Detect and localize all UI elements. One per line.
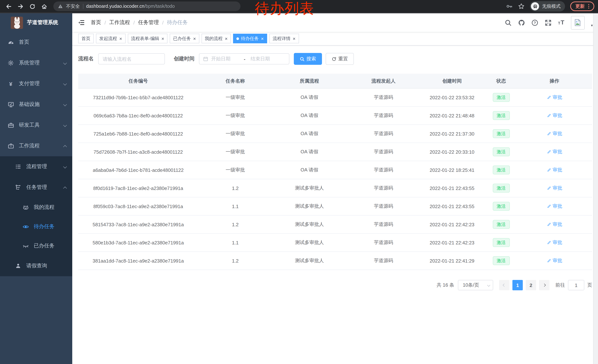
sidebar-item-leave-query[interactable]: 请假查询: [0, 256, 72, 276]
browser-forward-button[interactable]: [16, 1, 25, 11]
cell-created: 2022-01-22 21:37:30: [421, 131, 483, 137]
tab-form-edit[interactable]: 流程表单-编辑×: [128, 34, 167, 43]
close-icon[interactable]: ×: [161, 36, 164, 41]
approve-link[interactable]: 审批: [547, 221, 562, 228]
cell-status: 激活: [483, 202, 519, 211]
approve-link[interactable]: 审批: [547, 167, 562, 173]
security-label: 不安全: [66, 3, 80, 9]
avatar[interactable]: [571, 16, 585, 29]
status-badge: 激活: [493, 184, 510, 193]
sidebar-item-payment[interactable]: ¥ 支付管理: [0, 73, 72, 94]
approve-link[interactable]: 审批: [547, 185, 562, 191]
prev-page-button[interactable]: [499, 280, 509, 290]
incognito-badge[interactable]: 无痕模式: [530, 1, 565, 11]
sidebar-item-my-process[interactable]: 我的流程: [0, 198, 72, 217]
close-icon[interactable]: ×: [119, 36, 122, 41]
sidebar-item-done-tasks[interactable]: 已办任务: [0, 236, 72, 256]
breadcrumb-current: 待办任务: [167, 19, 188, 26]
close-icon[interactable]: ×: [193, 36, 196, 41]
sidebar: 芋道管理系统 首页 系统管理 ¥ 支付管理: [0, 13, 72, 364]
start-date-placeholder: 开始日期: [211, 56, 239, 62]
user-icon: [15, 263, 22, 269]
close-icon[interactable]: ×: [261, 36, 264, 41]
approve-link[interactable]: 审批: [547, 112, 562, 119]
tab-start-process[interactable]: 发起流程×: [96, 34, 125, 43]
date-range-picker[interactable]: 开始日期 - 结束日期: [199, 53, 289, 65]
col-action: 操作: [519, 78, 590, 84]
fullscreen-icon[interactable]: [545, 19, 552, 26]
text-size-icon[interactable]: TT: [558, 19, 565, 26]
approve-link[interactable]: 审批: [547, 203, 562, 210]
address-bar[interactable]: 不安全 dashboard.yudao.iocoder.cn/bpm/task/…: [53, 1, 241, 11]
cell-created: 2022-01-22 18:25:41: [421, 167, 483, 173]
browser-back-button[interactable]: [4, 1, 13, 11]
reset-button[interactable]: 重置: [326, 53, 354, 65]
page-button-1[interactable]: 1: [512, 280, 523, 290]
approve-link[interactable]: 审批: [547, 239, 562, 246]
cell-created: 2022-01-21 22:41:29: [421, 258, 483, 263]
sidebar-collapse-button[interactable]: [72, 13, 91, 32]
browser-reload-button[interactable]: [27, 1, 37, 11]
edit-pencil-icon: [547, 240, 551, 245]
sidebar-item-workflow[interactable]: 工作流程: [0, 136, 72, 156]
avatar-caret-icon[interactable]: ▾: [591, 23, 593, 27]
approve-link[interactable]: 审批: [547, 94, 562, 101]
sidebar-item-task-management[interactable]: 任务管理: [0, 177, 72, 198]
tab-done-tasks[interactable]: 已办任务×: [170, 34, 199, 43]
approve-link[interactable]: 审批: [547, 148, 562, 155]
sidebar-item-home[interactable]: 首页: [0, 32, 72, 53]
bookmark-star-icon[interactable]: [518, 3, 525, 10]
approve-link[interactable]: 审批: [547, 257, 562, 264]
main-area: 首页 / 工作流程 / 任务管理 / 待办任务 ?: [72, 13, 598, 364]
sidebar-item-devtools[interactable]: 研发工具: [0, 115, 72, 136]
table-row: 8f059c03-7ac8-11ec-a9e2-a2380e71991a 1.1…: [78, 197, 592, 216]
tab-my-process[interactable]: 我的流程×: [201, 34, 231, 43]
edit-pencil-icon: [547, 204, 551, 209]
back-icon: [5, 3, 12, 9]
sidebar-logo-row[interactable]: 芋道管理系统: [0, 13, 72, 32]
next-page-button[interactable]: [539, 280, 549, 290]
cell-status: 激活: [483, 93, 519, 102]
page-size-select[interactable]: 10条/页: [458, 280, 493, 290]
sidebar-item-infrastructure[interactable]: 基础设施: [0, 94, 72, 115]
edit-pencil-icon: [547, 168, 551, 172]
browser-update-button[interactable]: 更新: [570, 1, 594, 11]
process-name-input[interactable]: [98, 53, 165, 65]
cell-action: 审批: [519, 94, 590, 101]
eye-closed-icon: [22, 243, 29, 249]
chevron-left-icon: [503, 284, 506, 287]
password-key-icon[interactable]: [506, 3, 513, 10]
help-icon[interactable]: ?: [531, 19, 538, 26]
hamburger-fold-icon: [78, 19, 85, 26]
home-icon: [41, 3, 47, 9]
tab-home[interactable]: 首页: [78, 34, 94, 43]
cell-task-name: 1.2: [198, 258, 272, 263]
tab-todo-tasks[interactable]: 待办任务×: [233, 34, 267, 43]
cell-task-name: 一级审批: [198, 112, 272, 119]
breadcrumb-separator: /: [105, 20, 106, 25]
goto-page-input[interactable]: [568, 280, 584, 290]
close-icon[interactable]: ×: [293, 36, 295, 41]
cell-starter: 芋道源码: [346, 148, 421, 155]
breadcrumb-item[interactable]: 工作流程: [109, 19, 130, 26]
browser-home-button[interactable]: [39, 1, 49, 11]
approve-link[interactable]: 审批: [547, 130, 562, 137]
sidebar-item-system[interactable]: 系统管理: [0, 53, 72, 73]
browser-toolbar-right: 无痕模式 更新: [506, 1, 594, 11]
github-icon[interactable]: [518, 19, 525, 26]
window-scrollbar[interactable]: [593, 13, 598, 364]
page-button-2[interactable]: 2: [526, 280, 536, 290]
cell-action: 审批: [519, 185, 590, 191]
breadcrumb-item[interactable]: 任务管理: [138, 19, 159, 26]
search-button[interactable]: 搜索: [294, 53, 322, 65]
breadcrumb-item[interactable]: 首页: [91, 19, 101, 26]
chevron-up-icon: [64, 142, 66, 148]
close-icon[interactable]: ×: [225, 36, 228, 41]
table-row: 58154733-7ac8-11ec-a9e2-a2380e71991a 1.2…: [78, 216, 592, 234]
browser-menu-dots-icon[interactable]: [586, 3, 592, 9]
yen-icon: ¥: [8, 81, 14, 87]
sidebar-item-todo-tasks[interactable]: 待办任务: [0, 217, 72, 236]
search-icon[interactable]: [505, 19, 512, 26]
sidebar-item-process-management[interactable]: 流程管理: [0, 156, 72, 177]
tab-process-detail[interactable]: 流程详情×: [269, 34, 299, 43]
